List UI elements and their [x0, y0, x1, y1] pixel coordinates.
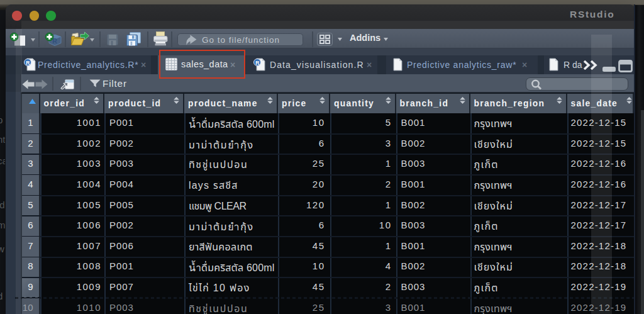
svg-text:R: R — [26, 60, 30, 66]
svg-text:R: R — [255, 60, 259, 66]
